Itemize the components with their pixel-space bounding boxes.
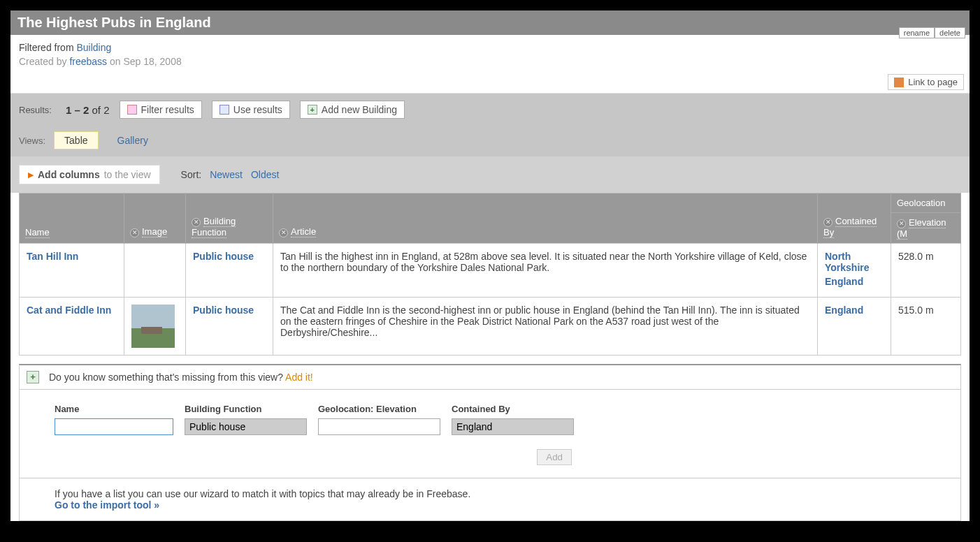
views-label: Views: xyxy=(19,136,45,146)
title-bar: The Highest Pubs in England renamedelete xyxy=(10,10,970,35)
thumbnail[interactable] xyxy=(131,305,175,348)
th-name-label: Name xyxy=(25,227,50,238)
name-input[interactable] xyxy=(55,418,173,435)
geo-label: Geolocation: Elevation xyxy=(318,404,440,414)
filter-label: Filter results xyxy=(141,104,194,115)
plus-icon: + xyxy=(308,105,317,115)
row-name-link[interactable]: Tan Hill Inn xyxy=(27,251,78,262)
close-icon[interactable]: ✕ xyxy=(823,218,833,227)
tab-gallery[interactable]: Gallery xyxy=(107,131,159,149)
page: The Highest Pubs in England renamedelete… xyxy=(10,10,970,521)
controls-row: ▶ Add columns to the view Sort: Newest O… xyxy=(10,156,970,193)
add-new-label: Add new Building xyxy=(322,104,397,115)
func-label: Building Function xyxy=(185,404,307,414)
use-label: Use results xyxy=(233,104,282,115)
sort-newest[interactable]: Newest xyxy=(210,169,243,180)
th-geo-top: Geolocation xyxy=(891,193,960,213)
created-by: Created by freebass on Sep 18, 2008 xyxy=(19,56,961,67)
form-fields: Name Building Function Geolocation: Elev… xyxy=(55,404,925,435)
add-columns-button[interactable]: ▶ Add columns to the view xyxy=(19,165,160,184)
function-input[interactable] xyxy=(185,418,307,435)
row-elevation: 528.0 m xyxy=(891,243,961,297)
th-function[interactable]: ✕Building Function xyxy=(186,193,273,244)
add-row-question: Do you know something that's missing fro… xyxy=(49,372,313,383)
cont-label: Contained By xyxy=(452,404,574,414)
arrow-icon: ▶ xyxy=(28,170,34,180)
row-article: Tan Hill is the highest inn in England, … xyxy=(273,243,818,297)
row-article: The Cat and Fiddle Inn is the second-hig… xyxy=(273,297,818,355)
close-icon[interactable]: ✕ xyxy=(279,228,288,237)
add-columns-weak: to the view xyxy=(104,169,151,180)
row-name-link[interactable]: Cat and Fiddle Inn xyxy=(27,305,111,316)
sort-oldest[interactable]: Oldest xyxy=(251,169,279,180)
table-row: Cat and Fiddle InnPublic houseThe Cat an… xyxy=(20,297,961,355)
link-to-page-button[interactable]: Link to page xyxy=(888,74,964,90)
field-name: Name xyxy=(55,404,173,435)
table-row: Tan Hill InnPublic houseTan Hill is the … xyxy=(20,243,961,297)
row-elevation: 515.0 m xyxy=(891,297,961,355)
add-row-bar: + Do you know something that's missing f… xyxy=(19,364,961,390)
results-total: 2 xyxy=(103,104,109,116)
rename-button[interactable]: rename xyxy=(899,27,935,38)
table-wrap: Name ✕Image ✕Building Function ✕Article … xyxy=(10,193,970,364)
filtered-link[interactable]: Building xyxy=(76,42,111,53)
results-table: Name ✕Image ✕Building Function ✕Article … xyxy=(19,193,961,356)
import-link[interactable]: Go to the import tool » xyxy=(55,499,159,511)
created-prefix: Created by xyxy=(19,56,69,67)
import-text: If you have a list you can use our wizar… xyxy=(55,488,925,499)
add-new-button[interactable]: + Add new Building xyxy=(300,101,405,119)
row-contained-link[interactable]: England xyxy=(825,276,884,287)
use-results-button[interactable]: Use results xyxy=(212,101,290,119)
page-title: The Highest Pubs in England xyxy=(17,15,963,31)
row-contained-link[interactable]: England xyxy=(825,305,884,316)
add-button[interactable]: Add xyxy=(537,449,572,465)
th-name[interactable]: Name xyxy=(20,193,124,244)
results-of: of xyxy=(89,104,103,116)
close-icon[interactable]: ✕ xyxy=(192,218,201,227)
delete-button[interactable]: delete xyxy=(935,27,965,38)
form-add-row: Add xyxy=(55,435,572,471)
add-form: Name Building Function Geolocation: Elev… xyxy=(19,390,961,478)
row-function-link[interactable]: Public house xyxy=(193,305,254,316)
meta-block: Filtered from Building Created by freeba… xyxy=(10,35,970,71)
title-actions: renamedelete xyxy=(899,27,965,38)
field-function: Building Function xyxy=(185,404,307,435)
filtered-prefix: Filtered from xyxy=(19,42,76,53)
add-it-link[interactable]: Add it! xyxy=(285,372,313,383)
close-icon[interactable]: ✕ xyxy=(897,219,906,228)
search-icon xyxy=(127,105,137,115)
elevation-input[interactable] xyxy=(318,418,440,435)
contained-input[interactable] xyxy=(452,418,574,435)
tab-table[interactable]: Table xyxy=(54,131,98,149)
plus-icon[interactable]: + xyxy=(27,371,39,383)
grid-icon xyxy=(219,105,229,115)
add-columns-strong: Add columns xyxy=(38,169,100,180)
views-row: Views: Table Gallery xyxy=(19,126,961,156)
created-suffix: on Sep 18, 2008 xyxy=(107,56,182,67)
results-label: Results: xyxy=(19,105,52,115)
results-count: 1 – 2 of 2 xyxy=(66,104,110,116)
link-icon xyxy=(894,78,904,87)
field-elevation: Geolocation: Elevation xyxy=(318,404,440,435)
th-article[interactable]: ✕Article xyxy=(273,193,818,244)
results-range: 1 – 2 xyxy=(66,104,89,116)
sort-group: Sort: Newest Oldest xyxy=(181,169,280,180)
field-contained: Contained By xyxy=(452,404,574,435)
sort-label: Sort: xyxy=(181,169,202,180)
toolbar-row-1: Results: 1 – 2 of 2 Filter results Use r… xyxy=(19,101,961,126)
filtered-from: Filtered from Building xyxy=(19,42,961,53)
name-label: Name xyxy=(55,404,173,414)
th-article-label: Article xyxy=(291,226,316,237)
link-row: Link to page xyxy=(10,71,970,94)
row-contained-link[interactable]: North Yorkshire xyxy=(825,251,884,273)
filter-results-button[interactable]: Filter results xyxy=(120,101,202,119)
link-to-page-label: Link to page xyxy=(908,77,958,87)
row-function-link[interactable]: Public house xyxy=(193,251,254,262)
th-image[interactable]: ✕Image xyxy=(124,193,186,244)
th-image-label: Image xyxy=(142,226,167,237)
add-question-text: Do you know something that's missing fro… xyxy=(49,372,285,383)
th-geolocation[interactable]: Geolocation ✕Elevation (M xyxy=(891,193,961,244)
th-contained[interactable]: ✕Contained By xyxy=(818,193,891,244)
creator-link[interactable]: freebass xyxy=(69,56,107,67)
close-icon[interactable]: ✕ xyxy=(130,228,139,237)
